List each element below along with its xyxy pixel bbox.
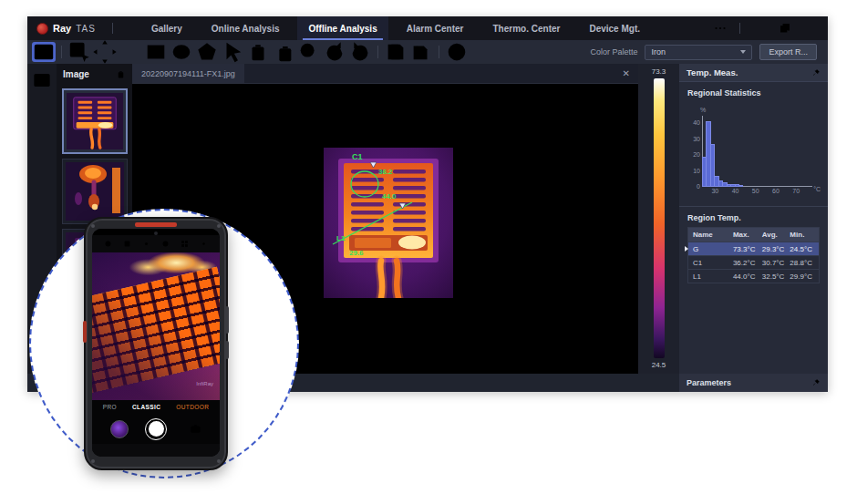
palette-icon [104,240,112,248]
phone-overlay: InfiRay PROCLASSICOUTDOOR [84,217,228,470]
delete-images-button[interactable] [116,69,126,79]
phone-side-button [83,321,87,343]
histogram-chart: % 0102030403040506070 °C [687,112,820,198]
region-name: C1 [693,259,733,267]
table-row-g[interactable]: G73.3°C29.3°C24.5°C [688,242,819,255]
palette-select[interactable]: Iron [645,45,752,60]
tool-delete-all[interactable] [272,42,295,62]
tool-delete[interactable] [246,42,270,62]
iron-palette-gradient[interactable] [654,78,665,358]
file-tab[interactable]: 20220907194111-FX1.jpg [132,64,244,83]
phone-lens-icon [161,240,170,248]
thermal-image[interactable]: C1 36.2 L1 44.0 29.6 [324,148,453,298]
phone-front-camera [92,229,220,235]
phone-camera-switch-icon [190,423,201,435]
annotation-temp: 44.0 [382,192,397,201]
tool-undo[interactable] [323,42,346,62]
thumbnail-thermal-panel [67,93,123,149]
gear-icon [200,240,208,248]
main-nav: GalleryOnline AnalysisOffline AnalysisAl… [140,16,651,40]
region-temp-value: 32.5°C [762,273,790,281]
table-row-c1[interactable]: C136.2°C30.7°C28.8°C [688,255,819,269]
tool-globe[interactable] [445,42,469,62]
tool-save-as[interactable] [409,42,433,62]
phone-mode-box-icon [123,240,131,248]
close-button[interactable] [804,22,817,35]
nav-online-analysis[interactable]: Online Analysis [201,16,291,40]
lens-icon [161,240,170,248]
toolbar-right: Color Palette Iron Export R... [590,44,824,60]
tool-polygon[interactable] [195,42,219,62]
annotation-temp: 29.6 [349,249,364,257]
tool-redo[interactable] [348,42,372,62]
parameters-title: Parameters [687,378,731,387]
phone-watermark: InfiRay [196,381,213,386]
tool-rectangle[interactable] [144,42,168,62]
rectangle-icon [144,40,168,64]
region-name: L1 [693,273,733,281]
phone-nav-bar [92,444,220,457]
ellipse-icon [170,40,193,64]
tool-save[interactable] [384,42,408,62]
globe-icon [445,40,469,64]
histogram-bar [715,177,718,187]
brand-name: Ray [53,23,71,34]
region-temp-value: 36.2°C [733,259,762,267]
region-temp-value: 28.8°C [790,259,814,267]
toolbar-tools [31,42,470,62]
nav-offline-analysis[interactable]: Offline Analysis [297,16,387,40]
close-icon [804,22,817,35]
pin-icon[interactable] [811,68,821,77]
more-button[interactable] [714,22,727,35]
temp-meas-header[interactable]: Temp. Meas. [679,64,828,82]
column-header: Max. [733,231,762,239]
scale-max-temp: 73.3 [652,67,666,77]
video-tab[interactable] [32,71,52,89]
nav-device-mgt-[interactable]: Device Mgt. [578,16,651,40]
tool-image-view[interactable] [32,42,56,62]
zoom-tool-icon [297,40,321,64]
nav-alarm-center[interactable]: Alarm Center [396,16,475,40]
region-temp-value: 30.7°C [762,259,790,267]
tool-move[interactable] [93,42,117,62]
image-thumbnail-selected[interactable] [62,88,128,154]
tool-add-select[interactable] [67,42,91,62]
histogram-bar [703,158,706,187]
tool-pointer[interactable] [221,42,244,62]
file-tab-name: 20220907194111-FX1.jpg [141,69,235,78]
annotation-label: C1 [352,152,363,161]
nav-gallery[interactable]: Gallery [140,16,193,40]
image-thumbnail-2[interactable] [62,159,128,224]
temp-meas-title: Temp. Meas. [687,67,738,77]
phone-shutter-button [145,418,167,440]
table-row-l1[interactable]: L144.0°C32.5°C29.9°C [688,269,819,283]
y-tick-label: 30 [693,135,703,141]
expand-icon[interactable] [811,378,821,387]
close-tab-button[interactable]: ✕ [614,68,638,78]
nav-thermo-center[interactable]: Thermo. Center [482,16,572,40]
restore-button[interactable] [779,22,791,35]
scale-min-temp: 24.5 [652,360,666,370]
y-tick-label: 0 [697,183,703,190]
phone-palette-icon [104,240,112,248]
parameters-bar[interactable]: Parameters [679,374,828,392]
phone-volume-button [225,306,229,334]
tool-line[interactable] [119,42,142,62]
phone-mode-pro: PRO [103,404,117,410]
toolbar: Color Palette Iron Export R... [27,40,828,64]
histogram-y-unit: % [700,107,706,113]
tool-zoom-tool[interactable] [297,42,321,62]
polygon-icon [195,40,219,64]
export-report-button[interactable]: Export R... [759,44,817,60]
save-as-icon [409,40,433,64]
minimize-button[interactable] [753,22,766,35]
x-tick-label: 60 [772,188,780,194]
image-view-icon [32,40,56,64]
phone-power-button [225,341,229,359]
tool-ellipse[interactable] [170,42,193,62]
app-logo: Ray TAS [27,23,105,35]
column-header: Min. [790,231,814,239]
pointer-icon [221,40,244,64]
phone-light-icon [142,240,150,248]
mode-box-icon [123,240,131,248]
